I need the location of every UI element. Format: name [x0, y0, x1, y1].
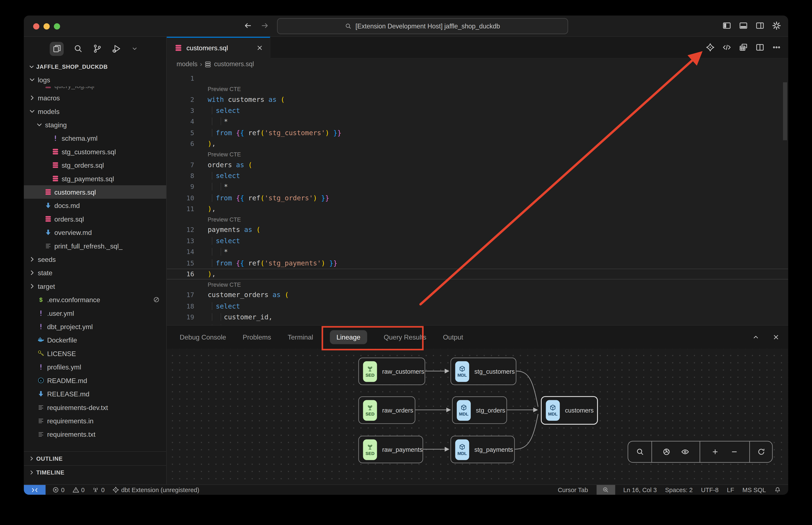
code-line-8[interactable]: 8 select	[167, 170, 788, 181]
lineage-node-customers[interactable]: MDLcustomers	[541, 396, 598, 424]
code-line-18[interactable]: 18 select	[167, 300, 788, 312]
lineage-canvas[interactable]: SEDraw_customersMDLstg_customersSEDraw_o…	[167, 349, 788, 484]
statusbar-language-mode[interactable]: MS SQL	[742, 486, 766, 493]
activity-more-chevron-icon[interactable]	[131, 45, 138, 52]
tree-item-profiles-yml[interactable]: profiles.yml	[24, 360, 166, 374]
code-line-14[interactable]: 14 *	[167, 246, 788, 257]
tree-item-dockerfile[interactable]: Dockerfile	[24, 333, 166, 347]
statusbar-cursor-tab[interactable]: Cursor Tab	[558, 486, 588, 493]
panel-tab-query-results[interactable]: Query Results	[384, 333, 426, 341]
run-debug-icon[interactable]	[112, 44, 121, 53]
tree-item-requirements-txt[interactable]: requirements.txt	[24, 427, 166, 441]
statusbar-indentation[interactable]: Spaces: 2	[665, 486, 693, 493]
panel-tab-lineage[interactable]: Lineage	[330, 330, 367, 344]
close-traffic-light[interactable]	[33, 23, 39, 30]
tree-item-stg-payments-sql[interactable]: stg_payments.sql	[24, 172, 166, 185]
forward-arrow-icon[interactable]	[261, 21, 269, 30]
code-line-13[interactable]: 13 select	[167, 235, 788, 246]
lineage-node-raw_payments[interactable]: SEDraw_payments	[358, 436, 423, 463]
tree-item--env-conformance[interactable]: $.env.conformance	[24, 293, 166, 306]
code-line-15[interactable]: 15 from {{ ref('stg_payments') }}	[167, 257, 788, 268]
panel-tab-output[interactable]: Output	[443, 333, 463, 341]
settings-gear-icon[interactable]	[772, 21, 781, 30]
statusbar-warnings-count[interactable]: 0	[72, 486, 85, 493]
activity-explorer[interactable]	[50, 42, 64, 56]
tree-item-dbt-project-yml[interactable]: dbt_project.yml	[24, 320, 166, 333]
statusbar-notifications-bell[interactable]	[774, 486, 781, 493]
code-line-4[interactable]: 4 *	[167, 116, 788, 127]
code-line-17[interactable]: 17customer_orders as (	[167, 289, 788, 300]
code-line-7[interactable]: 7orders as (	[167, 159, 788, 170]
code-line-5[interactable]: 5 from {{ ref('stg_customers') }}	[167, 127, 788, 138]
code-line-20[interactable]: 20 min(order_date) as first_order,	[167, 322, 788, 325]
codelens-preview-cte[interactable]: Preview CTE	[167, 149, 788, 159]
tree-item-release-md[interactable]: RELEASE.md	[24, 387, 166, 401]
refresh-icon[interactable]	[757, 448, 765, 456]
code-line-9[interactable]: 9 *	[167, 181, 788, 192]
command-center-search[interactable]: [Extension Development Host] jaffle_shop…	[277, 18, 568, 34]
statusbar-encoding[interactable]: UTF-8	[701, 486, 719, 493]
tree-item--user-yml[interactable]: .user.yml	[24, 306, 166, 320]
lineage-node-stg_customers[interactable]: MDLstg_customers	[451, 358, 516, 385]
tree-item-requirements-dev-txt[interactable]: requirements-dev.txt	[24, 401, 166, 414]
tree-item-license[interactable]: LICENSE	[24, 347, 166, 360]
activity-search-icon[interactable]	[73, 44, 83, 53]
split-editor-icon[interactable]	[755, 43, 764, 51]
tree-item-print-full-refresh-sql-[interactable]: print_full_refresh._sql_	[24, 239, 166, 253]
code-line-19[interactable]: 19 customer_id,	[167, 312, 788, 322]
tree-item-query-log-sql[interactable]: query_log.sql	[24, 86, 166, 91]
statusbar-dbt-extension-status[interactable]: dbt Extension (unregistered)	[112, 486, 199, 493]
remote-indicator[interactable]	[24, 485, 45, 495]
tree-item-logs[interactable]: logs	[24, 73, 166, 86]
lineage-node-stg_orders[interactable]: MDLstg_orders	[452, 396, 507, 424]
back-arrow-icon[interactable]	[243, 21, 252, 30]
tree-item-customers-sql[interactable]: customers.sql	[24, 185, 166, 199]
minimize-traffic-light[interactable]	[44, 23, 50, 30]
tree-item-seeds[interactable]: seeds	[24, 253, 166, 266]
panel-tab-problems[interactable]: Problems	[243, 333, 271, 341]
outline-section[interactable]: OUTLINE	[24, 451, 166, 465]
editor-scrollbar[interactable]	[783, 82, 787, 140]
layout-sidebar-icon[interactable]	[722, 21, 731, 30]
codelens-preview-cte[interactable]: Preview CTE	[167, 84, 788, 94]
statusbar-eol[interactable]: LF	[727, 486, 734, 493]
explorer-header[interactable]: JAFFLE_SHOP_DUCKDB	[24, 60, 166, 73]
code-line-12[interactable]: 12payments as (	[167, 224, 788, 235]
aperture-icon[interactable]	[662, 448, 670, 456]
code-line-2[interactable]: 2with customers as (	[167, 94, 788, 105]
tree-item-macros[interactable]: macros	[24, 91, 166, 104]
tree-item-docs-md[interactable]: docs.md	[24, 199, 166, 212]
tree-item-state[interactable]: state	[24, 266, 166, 280]
statusbar-ports-count[interactable]: 0	[92, 486, 105, 493]
layout-split-icon[interactable]	[755, 21, 764, 30]
tree-item-requirements-in[interactable]: requirements.in	[24, 414, 166, 427]
tree-item-stg-customers-sql[interactable]: stg_customers.sql	[24, 145, 166, 158]
code-line-3[interactable]: 3 select	[167, 105, 788, 116]
tree-item-target[interactable]: target	[24, 280, 166, 293]
zoom-in-icon[interactable]	[711, 448, 719, 456]
code-view-icon[interactable]	[722, 43, 731, 51]
tree-item-staging[interactable]: staging	[24, 118, 166, 131]
panel-tab-terminal[interactable]: Terminal	[288, 333, 313, 341]
tree-item-schema-yml[interactable]: schema.yml	[24, 131, 166, 145]
breadcrumb-file[interactable]: customers.sql	[214, 60, 254, 68]
lineage-node-raw_customers[interactable]: SEDraw_customers	[358, 358, 425, 385]
layout-panel-icon[interactable]	[739, 21, 748, 30]
code-line-1[interactable]: 1	[167, 73, 788, 84]
tree-item-readme-md[interactable]: README.md	[24, 374, 166, 387]
timeline-section[interactable]: TIMELINE	[24, 465, 166, 479]
codelens-preview-cte[interactable]: Preview CTE	[167, 214, 788, 224]
tab-close-icon[interactable]	[256, 44, 264, 52]
code-line-10[interactable]: 10 from {{ ref('stg_orders') }}	[167, 192, 788, 203]
tree-item-stg-orders-sql[interactable]: stg_orders.sql	[24, 158, 166, 172]
query-results-icon[interactable]	[739, 43, 748, 51]
statusbar-zoom-indicator[interactable]	[596, 485, 615, 495]
code-editor[interactable]: 1Preview CTE2with customers as (3 select…	[167, 70, 788, 325]
maximize-traffic-light[interactable]	[54, 23, 60, 30]
tree-item-overview-md[interactable]: overview.md	[24, 226, 166, 239]
panel-tab-debug-console[interactable]: Debug Console	[180, 333, 226, 341]
panel-maximize-icon[interactable]	[752, 333, 760, 341]
tree-item-orders-sql[interactable]: orders.sql	[24, 212, 166, 226]
tree-item-models[interactable]: models	[24, 105, 166, 118]
zoom-out-icon[interactable]	[730, 448, 739, 456]
